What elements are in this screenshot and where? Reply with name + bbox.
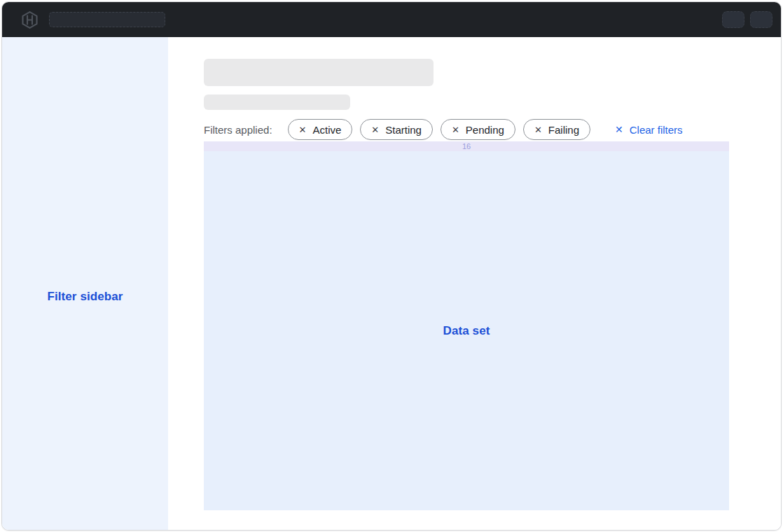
topbar xyxy=(2,2,781,37)
hashicorp-logo-icon xyxy=(20,10,39,29)
clear-filters-icon: ✕ xyxy=(615,125,623,134)
clear-filters-label: Clear filters xyxy=(630,124,683,136)
remove-filter-icon[interactable]: ✕ xyxy=(299,125,307,134)
filter-chip-label: Active xyxy=(312,124,341,136)
body-row: Filter sidebar Filters applied: ✕ Active… xyxy=(2,37,781,530)
remove-filter-icon[interactable]: ✕ xyxy=(534,125,542,134)
filter-chip-failing[interactable]: ✕ Failing xyxy=(523,119,590,140)
global-search-input[interactable] xyxy=(49,12,165,27)
filter-sidebar-label: Filter sidebar xyxy=(47,290,123,304)
filter-chip-label: Pending xyxy=(466,124,504,136)
clear-filters-link[interactable]: ✕ Clear filters xyxy=(615,124,683,136)
filter-chip-pending[interactable]: ✕ Pending xyxy=(441,119,515,140)
topbar-action-button-2[interactable] xyxy=(750,11,772,28)
selected-row-count: 16 xyxy=(462,143,471,150)
filter-chip-label: Starting xyxy=(385,124,422,136)
filter-chip-starting[interactable]: ✕ Starting xyxy=(360,119,433,140)
page-subtitle-placeholder xyxy=(204,94,350,110)
filter-chip-label: Failing xyxy=(548,124,579,136)
filter-sidebar: Filter sidebar xyxy=(2,37,168,530)
page-title-placeholder xyxy=(204,59,434,86)
remove-filter-icon[interactable]: ✕ xyxy=(452,125,459,134)
remove-filter-icon[interactable]: ✕ xyxy=(371,125,379,134)
dataset-area: Data set xyxy=(204,151,729,510)
selected-row-indicator[interactable]: 16 xyxy=(204,141,729,151)
dataset-label: Data set xyxy=(443,324,490,338)
app-window: Filter sidebar Filters applied: ✕ Active… xyxy=(1,1,782,531)
filter-chip-active[interactable]: ✕ Active xyxy=(288,119,353,140)
filters-applied-row: Filters applied: ✕ Active ✕ Starting ✕ P… xyxy=(204,119,781,140)
main-content: Filters applied: ✕ Active ✕ Starting ✕ P… xyxy=(168,37,781,530)
filters-applied-label: Filters applied: xyxy=(204,124,272,136)
topbar-action-button-1[interactable] xyxy=(722,11,744,28)
